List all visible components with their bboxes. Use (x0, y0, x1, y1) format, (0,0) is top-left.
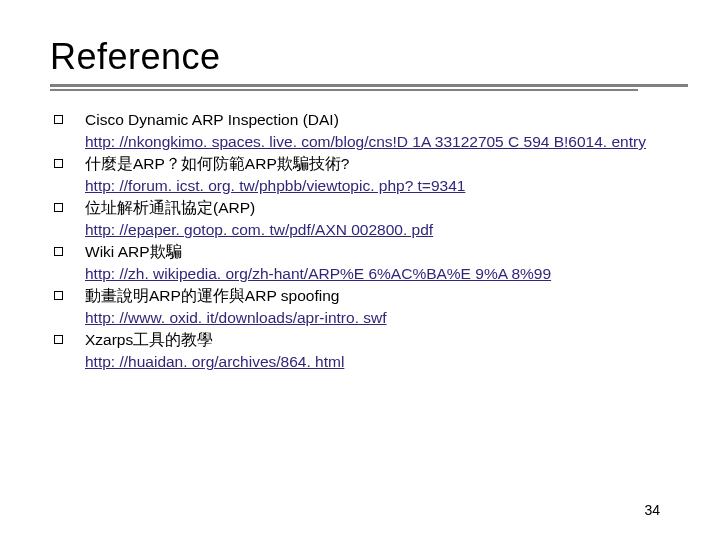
item-title: Wiki ARP欺騙 (85, 243, 182, 260)
square-bullet-icon (54, 247, 63, 256)
item-body: Wiki ARP欺騙 http: //zh. wikipedia. org/zh… (85, 241, 670, 285)
list-item: 位址解析通訊協定(ARP) http: //epaper. gotop. com… (54, 197, 670, 241)
item-title: Xzarps工具的教學 (85, 331, 213, 348)
list-item: Cisco Dynamic ARP Inspection (DAI) http:… (54, 109, 670, 153)
item-body: 什麼是ARP？如何防範ARP欺騙技術? http: //forum. icst.… (85, 153, 670, 197)
item-link[interactable]: http: //www. oxid. it/downloads/apr-intr… (85, 309, 387, 326)
title-rule (50, 84, 670, 91)
square-bullet-icon (54, 115, 63, 124)
item-title: Cisco Dynamic ARP Inspection (DAI) (85, 111, 339, 128)
list-item: Wiki ARP欺騙 http: //zh. wikipedia. org/zh… (54, 241, 670, 285)
item-link[interactable]: http: //zh. wikipedia. org/zh-hant/ARP%E… (85, 265, 551, 282)
square-bullet-icon (54, 159, 63, 168)
item-body: Xzarps工具的教學 http: //huaidan. org/archive… (85, 329, 670, 373)
list-item: Xzarps工具的教學 http: //huaidan. org/archive… (54, 329, 670, 373)
square-bullet-icon (54, 203, 63, 212)
slide-content: Reference Cisco Dynamic ARP Inspection (… (0, 0, 720, 373)
list-item: 什麼是ARP？如何防範ARP欺騙技術? http: //forum. icst.… (54, 153, 670, 197)
item-title: 位址解析通訊協定(ARP) (85, 199, 255, 216)
item-body: 動畫說明ARP的運作與ARP spoofing http: //www. oxi… (85, 285, 670, 329)
list-item: 動畫說明ARP的運作與ARP spoofing http: //www. oxi… (54, 285, 670, 329)
item-title: 什麼是ARP？如何防範ARP欺騙技術? (85, 155, 349, 172)
item-body: Cisco Dynamic ARP Inspection (DAI) http:… (85, 109, 670, 153)
item-link[interactable]: http: //epaper. gotop. com. tw/pdf/AXN 0… (85, 221, 433, 238)
square-bullet-icon (54, 335, 63, 344)
item-body: 位址解析通訊協定(ARP) http: //epaper. gotop. com… (85, 197, 670, 241)
page-number: 34 (644, 502, 660, 518)
item-link[interactable]: http: //forum. icst. org. tw/phpbb/viewt… (85, 177, 465, 194)
reference-list: Cisco Dynamic ARP Inspection (DAI) http:… (50, 109, 670, 373)
item-link[interactable]: http: //huaidan. org/archives/864. html (85, 353, 344, 370)
item-link[interactable]: http: //nkongkimo. spaces. live. com/blo… (85, 133, 646, 150)
item-title: 動畫說明ARP的運作與ARP spoofing (85, 287, 339, 304)
square-bullet-icon (54, 291, 63, 300)
page-title: Reference (50, 36, 670, 78)
